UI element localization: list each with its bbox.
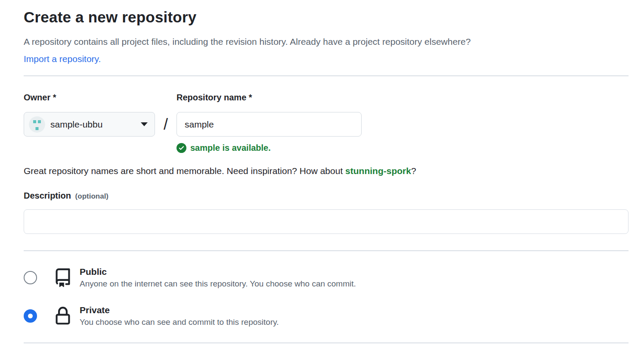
bottom-divider <box>24 342 629 343</box>
chevron-down-icon <box>141 122 148 126</box>
availability-text: sample is available. <box>190 143 271 153</box>
owner-avatar <box>29 116 45 133</box>
repository-name-required-mark: * <box>249 93 252 102</box>
visibility-option-private[interactable]: Private You choose who can see and commi… <box>24 304 629 328</box>
description-label-text: Description <box>24 191 71 200</box>
suggested-name-link[interactable]: stunning-spork <box>345 166 411 176</box>
private-option-title: Private <box>80 304 279 316</box>
owner-label-text: Owner <box>24 93 50 102</box>
availability-message: sample is available. <box>176 143 362 153</box>
repo-icon <box>53 268 73 287</box>
description-optional-text: (optional) <box>75 192 108 200</box>
page-title: Create a new repository <box>24 9 629 26</box>
identicon-image <box>29 116 45 133</box>
owner-required-mark: * <box>53 93 56 102</box>
public-option-text: Public Anyone on the internet can see th… <box>80 266 356 289</box>
private-option-text: Private You choose who can see and commi… <box>80 304 279 328</box>
repository-name-label-text: Repository name <box>176 93 246 102</box>
repository-name-input[interactable] <box>176 112 362 137</box>
owner-repo-section: Owner * Repository name * sample-ubbu / <box>24 93 629 153</box>
hint-text: Great repository names are short and mem… <box>24 166 345 176</box>
lock-icon <box>53 307 73 326</box>
public-option-description: Anyone on the internet can see this repo… <box>80 278 356 289</box>
visibility-option-public[interactable]: Public Anyone on the internet can see th… <box>24 266 629 289</box>
top-divider <box>24 75 629 76</box>
visibility-section: Public Anyone on the internet can see th… <box>24 266 629 328</box>
private-radio[interactable] <box>24 309 37 323</box>
check-circle-icon <box>176 143 186 153</box>
owner-label: Owner * <box>24 93 155 112</box>
repository-name-label: Repository name * <box>176 93 362 112</box>
description-label: Description (optional) <box>24 191 629 201</box>
public-radio[interactable] <box>24 271 37 284</box>
owner-repo-separator: / <box>155 112 176 137</box>
public-option-title: Public <box>80 266 356 278</box>
repository-name-hint: Great repository names are short and mem… <box>24 166 629 176</box>
import-repository-link[interactable]: Import a repository. <box>24 54 101 64</box>
description-input[interactable] <box>24 209 629 234</box>
hint-question-mark: ? <box>411 166 416 176</box>
create-repository-page: Create a new repository A repository con… <box>0 0 644 343</box>
private-option-description: You choose who can see and commit to thi… <box>80 316 279 328</box>
page-subtitle: A repository contains all project files,… <box>24 35 629 48</box>
middle-divider <box>24 250 629 251</box>
owner-select-button[interactable]: sample-ubbu <box>24 112 155 137</box>
owner-name: sample-ubbu <box>50 119 102 130</box>
